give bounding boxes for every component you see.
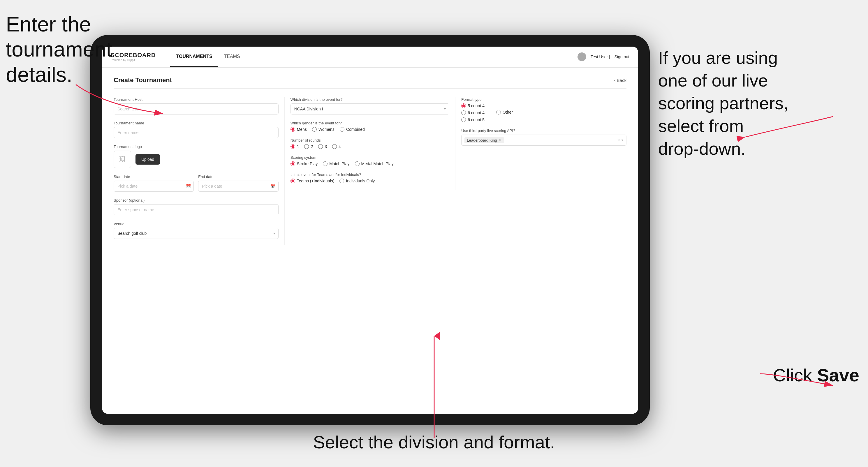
rounds-4[interactable]: 4 (332, 144, 341, 149)
user-avatar (578, 53, 586, 61)
tournament-name-group: Tournament name (114, 121, 279, 138)
venue-label: Venue (114, 222, 279, 226)
tournament-host-group: Tournament Host (114, 97, 279, 115)
start-date-wrapper (114, 181, 194, 192)
format-6count4[interactable]: 6 count 4 (461, 111, 485, 115)
navbar-right: Test User | Sign out (578, 53, 629, 61)
sponsor-label: Sponsor (optional) (114, 198, 279, 203)
navbar: SCOREBOARD Powered by Clippit TOURNAMENT… (102, 46, 638, 68)
end-date-input[interactable] (198, 181, 278, 192)
api-tag: Leaderboard King ✕ (464, 137, 504, 143)
start-date-group: Start date (114, 175, 194, 192)
start-date-label: Start date (114, 175, 194, 179)
format-6count5[interactable]: 6 count 5 (461, 117, 485, 122)
division-select-wrapper: NCAA Division I (290, 103, 450, 115)
logo-label: Tournament logo (114, 145, 279, 149)
tablet-frame: SCOREBOARD Powered by Clippit TOURNAMENT… (90, 35, 650, 425)
logo-placeholder: 🖼 (114, 151, 131, 168)
venue-group: Venue Search golf club (114, 222, 279, 239)
api-label: Use third-party live scoring API? (461, 128, 626, 133)
venue-select-wrapper: Search golf club (114, 228, 279, 239)
event-type-radio-group: Teams (+Individuals) Individuals Only (290, 179, 450, 183)
gender-mens[interactable]: Mens (290, 127, 307, 132)
api-field[interactable]: Leaderboard King ✕ ✕ ▾ (461, 134, 626, 146)
division-select[interactable]: NCAA Division I (290, 103, 450, 115)
tournament-name-input[interactable] (114, 127, 279, 138)
form-col-left: Tournament Host Tournament name Tourname… (114, 97, 285, 245)
sponsor-group: Sponsor (optional) (114, 198, 279, 215)
tournament-logo-group: Tournament logo 🖼 Upload (114, 145, 279, 168)
form-container: Create Tournament Back Tournament Host T… (102, 68, 638, 414)
annotation-top-left: Enter the tournament details. (6, 12, 112, 87)
format-type-layout: 5 count 4 6 count 4 6 count 5 (461, 103, 626, 122)
scoring-medal-match-play[interactable]: Medal Match Play (355, 161, 394, 166)
format-other-option[interactable]: Other (496, 110, 513, 115)
search-team-input[interactable] (114, 103, 279, 115)
venue-select[interactable]: Search golf club (114, 228, 279, 239)
annotation-bottom-center: Select the division and format. (313, 432, 555, 453)
division-group: Which division is the event for? NCAA Di… (290, 97, 450, 115)
rounds-1[interactable]: 1 (290, 144, 299, 149)
scoring-radio-group: Stroke Play Match Play Medal Match Play (290, 161, 450, 166)
user-name: Test User | (591, 55, 610, 59)
event-type-group: Is this event for Teams and/or Individua… (290, 173, 450, 183)
api-tag-remove[interactable]: ✕ (499, 138, 502, 142)
api-field-controls: ✕ ▾ (617, 138, 623, 142)
rounds-radio-group: 1 2 3 4 (290, 144, 450, 149)
format-5count4[interactable]: 5 count 4 (461, 103, 485, 108)
sign-out-link[interactable]: Sign out (615, 55, 629, 59)
tablet-screen: SCOREBOARD Powered by Clippit TOURNAMENT… (102, 46, 638, 414)
brand-sub: Powered by Clippit (111, 59, 156, 62)
event-teams[interactable]: Teams (+Individuals) (290, 179, 335, 183)
api-clear-icon[interactable]: ✕ (617, 138, 620, 142)
rounds-group: Number of rounds 1 2 (290, 138, 450, 149)
format-options: 5 count 4 6 count 4 6 count 5 (461, 103, 485, 122)
scoring-match-play[interactable]: Match Play (323, 161, 349, 166)
scoring-group: Scoring system Stroke Play Match Play (290, 155, 450, 166)
end-date-label: End date (198, 175, 278, 179)
start-date-input[interactable] (114, 181, 194, 192)
rounds-2[interactable]: 2 (304, 144, 313, 149)
gender-womens[interactable]: Womens (312, 127, 335, 132)
image-icon: 🖼 (119, 156, 126, 163)
brand-name: SCOREBOARD (111, 52, 156, 59)
annotation-bottom-right: Click Save (773, 365, 859, 385)
end-date-group: End date (198, 175, 278, 192)
api-group: Use third-party live scoring API? Leader… (461, 128, 626, 146)
gender-label: Which gender is the event for? (290, 121, 450, 125)
form-header: Create Tournament Back (114, 76, 626, 89)
event-individuals[interactable]: Individuals Only (339, 179, 375, 183)
upload-button[interactable]: Upload (135, 154, 160, 165)
gender-combined[interactable]: Combined (340, 127, 365, 132)
back-link[interactable]: Back (614, 78, 626, 83)
format-other: Other (496, 102, 513, 122)
scoring-label: Scoring system (290, 155, 450, 160)
event-type-label: Is this event for Teams and/or Individua… (290, 173, 450, 177)
format-type-label: Format type (461, 97, 626, 102)
form-col-right: Format type 5 count 4 6 count 4 (456, 97, 626, 152)
brand: SCOREBOARD Powered by Clippit (111, 52, 156, 62)
logo-section: 🖼 Upload (114, 151, 279, 168)
scoring-stroke-play[interactable]: Stroke Play (290, 161, 318, 166)
form-title: Create Tournament (114, 76, 172, 84)
form-col-middle: Which division is the event for? NCAA Di… (285, 97, 456, 190)
gender-radio-group: Mens Womens Combined (290, 127, 450, 132)
name-label: Tournament name (114, 121, 279, 125)
host-label: Tournament Host (114, 97, 279, 102)
nav-item-tournaments[interactable]: TOURNAMENTS (170, 46, 218, 67)
rounds-label: Number of rounds (290, 138, 450, 143)
end-date-wrapper (198, 181, 278, 192)
rounds-3[interactable]: 3 (318, 144, 327, 149)
gender-group: Which gender is the event for? Mens Wome… (290, 121, 450, 132)
nav-item-teams[interactable]: TEAMS (218, 46, 246, 67)
sponsor-input[interactable] (114, 204, 279, 215)
date-row: Start date End date (114, 175, 279, 198)
division-label: Which division is the event for? (290, 97, 450, 102)
form-grid: Tournament Host Tournament name Tourname… (114, 97, 626, 245)
api-chevron-icon[interactable]: ▾ (621, 138, 623, 142)
format-type-group: Format type 5 count 4 6 count 4 (461, 97, 626, 122)
annotation-top-right: If you are using one of our live scoring… (658, 46, 862, 160)
navbar-nav: TOURNAMENTS TEAMS (170, 46, 246, 67)
